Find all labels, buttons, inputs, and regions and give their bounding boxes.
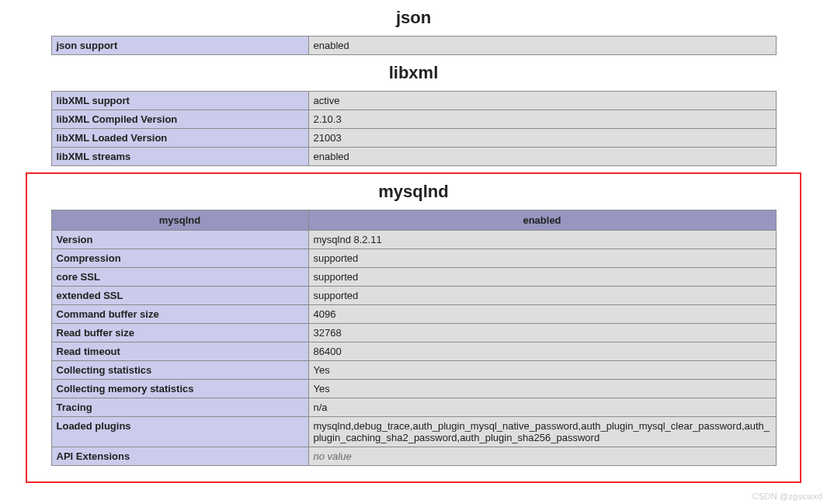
cell-key: Loaded plugins	[51, 417, 308, 447]
col-head-right: enabled	[308, 210, 776, 231]
cell-key: API Extensions	[51, 447, 308, 466]
table-row: extended SSL supported	[51, 287, 776, 305]
cell-val: supported	[308, 268, 776, 287]
cell-val: Yes	[308, 380, 776, 398]
table-row: Tracing n/a	[51, 398, 776, 417]
table-row: libXML support active	[51, 92, 776, 110]
cell-val: 4096	[308, 305, 776, 324]
table-row: libXML streams enabled	[51, 148, 776, 166]
cell-key: Read timeout	[51, 342, 308, 361]
section-title-mysqlnd: mysqlnd	[27, 182, 800, 202]
table-row: json support enabled	[51, 36, 776, 55]
cell-val: supported	[308, 287, 776, 305]
cell-key: extended SSL	[51, 287, 308, 305]
cell-key: Tracing	[51, 398, 308, 417]
table-row: libXML Loaded Version 21003	[51, 129, 776, 148]
col-head-left: mysqlnd	[51, 210, 308, 231]
cell-key: Version	[51, 231, 308, 249]
cell-key: libXML support	[51, 92, 308, 110]
cell-val: Yes	[308, 361, 776, 380]
cell-key: libXML streams	[51, 148, 308, 166]
table-row: Collecting statistics Yes	[51, 361, 776, 380]
cell-key: libXML Compiled Version	[51, 110, 308, 129]
cell-val: mysqlnd 8.2.11	[308, 231, 776, 249]
cell-val: active	[308, 92, 776, 110]
cell-key: Compression	[51, 249, 308, 268]
cell-key: core SSL	[51, 268, 308, 287]
cell-val: 86400	[308, 342, 776, 361]
no-value-text: no value	[314, 450, 352, 462]
cell-val: enabled	[308, 36, 776, 55]
cell-val: mysqlnd,debug_trace,auth_plugin_mysql_na…	[308, 417, 776, 447]
cell-key: libXML Loaded Version	[51, 129, 308, 148]
table-row: Read buffer size 32768	[51, 324, 776, 342]
table-json: json support enabled	[51, 36, 777, 55]
cell-val: n/a	[308, 398, 776, 417]
cell-key: Collecting memory statistics	[51, 380, 308, 398]
table-libxml: libXML support active libXML Compiled Ve…	[51, 91, 777, 166]
cell-val: supported	[308, 249, 776, 268]
section-title-json: json	[0, 8, 827, 28]
section-title-libxml: libxml	[0, 63, 827, 83]
cell-val: 32768	[308, 324, 776, 342]
table-header-row: mysqlnd enabled	[51, 210, 776, 231]
highlight-box-mysqlnd: mysqlnd mysqlnd enabled Version mysqlnd …	[26, 172, 801, 483]
table-row: Version mysqlnd 8.2.11	[51, 231, 776, 249]
cell-val: no value	[308, 447, 776, 466]
cell-key: Command buffer size	[51, 305, 308, 324]
section-libxml: libxml libXML support active libXML Comp…	[0, 63, 827, 166]
section-mysqlnd: mysqlnd mysqlnd enabled Version mysqlnd …	[27, 182, 800, 466]
cell-val: 21003	[308, 129, 776, 148]
table-row: core SSL supported	[51, 268, 776, 287]
cell-val: 2.10.3	[308, 110, 776, 129]
table-row: Collecting memory statistics Yes	[51, 380, 776, 398]
table-row: Read timeout 86400	[51, 342, 776, 361]
cell-key: json support	[51, 36, 308, 55]
table-row: Command buffer size 4096	[51, 305, 776, 324]
cell-key: Collecting statistics	[51, 361, 308, 380]
table-row: libXML Compiled Version 2.10.3	[51, 110, 776, 129]
table-row: API Extensions no value	[51, 447, 776, 466]
cell-key: Read buffer size	[51, 324, 308, 342]
table-mysqlnd: mysqlnd enabled Version mysqlnd 8.2.11 C…	[51, 210, 777, 466]
section-json: json json support enabled	[0, 8, 827, 55]
table-row: Loaded plugins mysqlnd,debug_trace,auth_…	[51, 417, 776, 447]
cell-val: enabled	[308, 148, 776, 166]
table-row: Compression supported	[51, 249, 776, 268]
